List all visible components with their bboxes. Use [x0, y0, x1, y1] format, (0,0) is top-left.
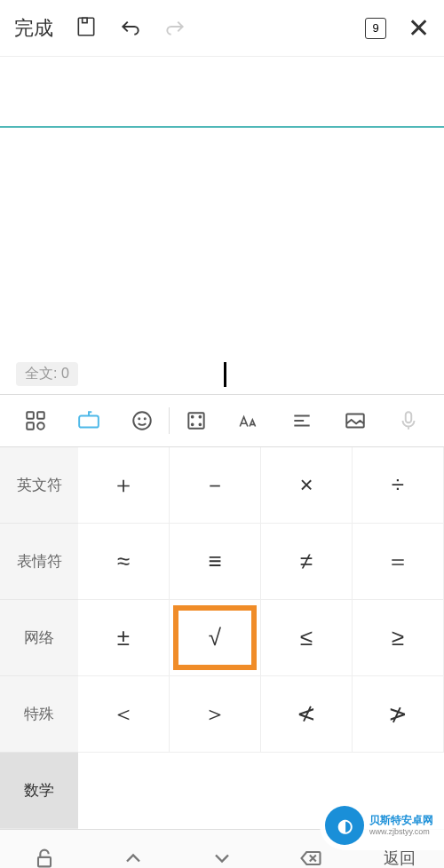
watermark-url: www.zjbstyy.com — [369, 827, 433, 837]
symbol-key[interactable]: － — [170, 447, 261, 524]
svg-rect-10 — [188, 413, 203, 428]
svg-rect-6 — [79, 416, 99, 428]
watermark-brand: 贝斯特安卓网 — [369, 814, 433, 826]
watermark-logo: ◐ — [325, 806, 364, 845]
return-button[interactable]: 返回 — [355, 848, 444, 869]
save-icon[interactable] — [75, 15, 98, 42]
svg-point-8 — [139, 418, 139, 419]
symbol-key[interactable]: ≥ — [353, 600, 444, 676]
done-button[interactable]: 完成 — [14, 15, 53, 42]
redo-icon — [163, 15, 186, 42]
symbol-grid: ＋－×÷≈≡≠＝±√≤≥＜＞≮≯ — [78, 447, 444, 829]
svg-point-9 — [144, 418, 145, 419]
svg-rect-3 — [37, 412, 44, 419]
page-number-icon[interactable]: 9 — [365, 18, 386, 39]
svg-rect-0 — [78, 18, 93, 36]
svg-point-11 — [191, 416, 193, 418]
symbol-key[interactable]: ÷ — [353, 447, 444, 524]
undo-icon[interactable] — [119, 15, 142, 42]
category-network[interactable]: 网络 — [0, 600, 78, 676]
svg-rect-16 — [406, 412, 412, 422]
symbol-key[interactable]: × — [261, 447, 353, 524]
down-icon[interactable] — [178, 846, 266, 869]
mic-icon[interactable] — [382, 409, 435, 432]
category-sidebar: 英文符 表情符 网络 特殊 数学 — [0, 447, 78, 829]
symbol-key[interactable]: ≠ — [261, 524, 353, 600]
symbol-key[interactable]: ≮ — [261, 676, 353, 753]
symbol-key[interactable]: ≤ — [261, 600, 353, 676]
word-count-badge: 全文: 0 — [16, 362, 78, 386]
svg-rect-4 — [27, 422, 34, 430]
svg-rect-1 — [83, 18, 87, 22]
symbol-key[interactable]: ＜ — [78, 676, 170, 753]
symbol-key[interactable]: √ — [170, 600, 261, 676]
symbol-key[interactable]: ≡ — [170, 524, 261, 600]
close-icon[interactable]: ✕ — [408, 12, 430, 43]
category-math[interactable]: 数学 — [0, 753, 78, 829]
symbol-key[interactable]: ≯ — [353, 676, 444, 753]
svg-point-5 — [37, 422, 44, 430]
svg-point-7 — [133, 412, 151, 430]
category-emoji[interactable]: 表情符 — [0, 524, 78, 600]
symbol-key[interactable]: ≈ — [78, 524, 170, 600]
emoji-icon[interactable] — [115, 409, 169, 432]
text-cursor — [224, 362, 226, 387]
svg-point-12 — [199, 416, 201, 418]
symbol-key[interactable]: ± — [78, 600, 170, 676]
image-icon[interactable] — [329, 409, 382, 432]
watermark: ◐ 贝斯特安卓网 www.zjbstyy.com — [320, 801, 444, 850]
category-english[interactable]: 英文符 — [0, 447, 78, 524]
lock-icon[interactable] — [0, 846, 89, 869]
apps-icon[interactable] — [9, 409, 62, 432]
symbol-key[interactable]: ＋ — [78, 447, 170, 524]
font-icon[interactable] — [223, 409, 276, 432]
align-icon[interactable] — [275, 409, 329, 432]
keyboard-icon[interactable] — [62, 409, 115, 432]
svg-rect-2 — [27, 412, 34, 419]
editor-body[interactable]: 全文: 0 — [0, 128, 444, 394]
svg-point-13 — [191, 423, 193, 425]
fullscreen-icon[interactable] — [170, 409, 223, 432]
svg-rect-17 — [38, 856, 51, 866]
svg-point-14 — [199, 423, 201, 425]
category-special[interactable]: 特殊 — [0, 676, 78, 753]
symbol-key[interactable]: ＝ — [353, 524, 444, 600]
symbol-key[interactable]: ＞ — [170, 676, 261, 753]
up-icon[interactable] — [89, 846, 178, 869]
title-field[interactable] — [0, 57, 444, 128]
